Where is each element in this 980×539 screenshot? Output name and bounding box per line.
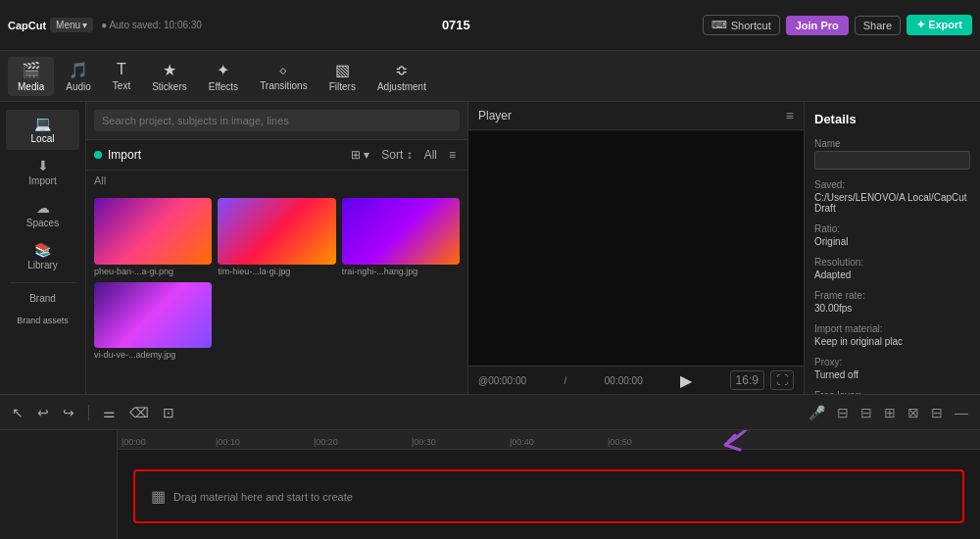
playback-controls: ▶	[680, 371, 692, 390]
main-toolbar: 🎬 Media🎵 AudioT Text★ Stickers✦ Effects⬦…	[0, 51, 980, 102]
thumb-visual-2	[218, 198, 335, 265]
play-button[interactable]: ▶	[680, 371, 692, 390]
details-row-proxy: Proxy: Turned off	[814, 357, 970, 380]
shortcut-button[interactable]: ⌨ Shortcut	[703, 15, 780, 35]
toolbar-item-audio[interactable]: 🎵 Audio	[56, 57, 101, 96]
toolbar-item-effects[interactable]: ✦ Effects	[199, 57, 248, 96]
thumb-visual-1	[94, 198, 212, 265]
sidebar-label-import: Import	[28, 175, 56, 186]
list-item[interactable]: vi-du-ve-...ademy.jpg	[94, 282, 212, 361]
spaces-icon: ☁	[36, 200, 50, 216]
player-panel: Player ≡ @00:00:00 / 00:00:00 ▶ 16:9 ⛶	[468, 102, 804, 394]
timeline-icon-btn-4[interactable]: ⊠	[904, 403, 923, 422]
timeline-icon-btn-6[interactable]: —	[951, 403, 972, 422]
fullscreen-button[interactable]: ⛶	[770, 370, 794, 390]
details-name-input[interactable]	[814, 151, 970, 170]
thumb-label-2: tim-hieu-...la-gi.jpg	[218, 267, 335, 276]
media-toolbar: Import ⊞ ▾ Sort ↕ All ≡	[86, 140, 467, 171]
timeline-right-controls: 🎤 ⊟ ⊟ ⊞ ⊠ ⊟ —	[805, 403, 972, 422]
ruler-mark-0: |00:00	[122, 437, 146, 447]
details-value-proxy: Turned off	[814, 369, 970, 380]
list-item[interactable]: trai-nghi-...hang.jpg	[342, 198, 460, 276]
list-item[interactable]: pheu-ban-...a-gi.png	[94, 198, 212, 276]
topbar-center: 0715	[210, 18, 703, 32]
details-value-saved: C:/Users/LENOVO/A Local/CapCut Draft	[814, 192, 970, 214]
details-value-resolution: Adapted	[814, 270, 970, 280]
details-row-resolution: Resolution: Adapted	[814, 257, 970, 280]
timeline-icon-btn-1[interactable]: ⊟	[833, 403, 853, 422]
thumbnail-image	[218, 198, 335, 265]
sidebar-item-library[interactable]: 📚 Library	[6, 236, 79, 276]
logo-area: CapCut Menu ▾ ● Auto saved: 10:06:30	[8, 18, 202, 32]
sidebar-item-import[interactable]: ⬇ Import	[6, 152, 79, 192]
delete-button[interactable]: ⌫	[125, 403, 153, 422]
transitions-icon: ⬦	[278, 61, 288, 78]
ruler-mark-3: |00:30	[412, 437, 436, 447]
left-sidebar: 💻 Local ⬇ Import ☁ Spaces 📚 Library Bran…	[0, 102, 86, 394]
toolbar-item-text[interactable]: T Text	[103, 57, 140, 95]
sidebar-item-brand[interactable]: Brand assets	[6, 310, 79, 331]
timeline-drop-zone[interactable]: ▦ Drag material here and start to create	[133, 469, 964, 523]
import-icon: ⬇	[37, 158, 49, 173]
select-tool-button[interactable]: ↖	[8, 403, 27, 422]
filters-label: Filters	[329, 81, 356, 92]
sidebar-item-local[interactable]: 💻 Local	[6, 110, 79, 150]
timeline-tracks: |00:00 |00:10 |00:20 |00:30 |00:40 |00:5…	[118, 430, 980, 539]
toolbar-item-adjustment[interactable]: ≎ Adjustment	[368, 57, 436, 96]
audio-label: Audio	[66, 81, 91, 92]
sort-button[interactable]: Sort ↕	[377, 146, 416, 164]
media-icon: 🎬	[22, 61, 41, 79]
details-row-saved: Saved: C:/Users/LENOVO/A Local/CapCut Dr…	[814, 179, 970, 214]
share-button[interactable]: Share	[855, 16, 901, 35]
transitions-label: Transitions	[260, 80, 308, 91]
autosave-status: ● Auto saved: 10:06:30	[101, 20, 202, 30]
toolbar-item-stickers[interactable]: ★ Stickers	[142, 57, 197, 96]
split-button[interactable]: ⚌	[99, 403, 120, 422]
time-end: 00:00:00	[605, 375, 643, 386]
thumb-visual-3	[342, 198, 460, 265]
search-input[interactable]	[94, 110, 460, 131]
toolbar-item-filters[interactable]: ▧ Filters	[319, 57, 366, 96]
thumbnail-image	[94, 198, 212, 265]
sidebar-divider	[10, 282, 75, 283]
drop-text: Drag material here and start to create	[173, 491, 353, 503]
mic-button[interactable]: 🎤	[805, 403, 829, 422]
all-filter-button[interactable]: All	[420, 146, 441, 164]
top-bar: CapCut Menu ▾ ● Auto saved: 10:06:30 071…	[0, 0, 980, 51]
adjustment-icon: ≎	[395, 61, 408, 79]
timeline-icon-btn-5[interactable]: ⊟	[927, 403, 947, 422]
ruler-mark-4: |00:40	[510, 437, 534, 447]
player-menu-button[interactable]: ≡	[786, 108, 794, 123]
toolbar-item-transitions[interactable]: ⬦ Transitions	[250, 57, 318, 95]
join-pro-button[interactable]: Join Pro	[786, 16, 849, 35]
sidebar-item-spaces[interactable]: ☁ Spaces	[6, 194, 79, 234]
arrow-decoration	[666, 430, 784, 465]
list-item[interactable]: tim-hieu-...la-gi.jpg	[218, 198, 335, 276]
details-value-framerate: 30.00fps	[814, 303, 970, 314]
undo-button[interactable]: ↩	[33, 403, 53, 422]
sidebar-label-local: Local	[31, 133, 55, 144]
grid-view-button[interactable]: ⊞ ▾	[347, 146, 373, 164]
redo-button[interactable]: ↪	[59, 403, 78, 422]
topbar-right: ⌨ Shortcut Join Pro Share ✦ Export	[703, 15, 972, 35]
timeline-icon-btn-3[interactable]: ⊞	[880, 403, 900, 422]
text-label: Text	[113, 80, 130, 91]
player-right-controls: 16:9 ⛶	[730, 370, 794, 390]
ratio-button[interactable]: 16:9	[730, 370, 764, 390]
menu-button[interactable]: Menu ▾	[50, 18, 93, 32]
details-value-import-material: Keep in original plac	[814, 336, 970, 347]
crop-button[interactable]: ⊡	[159, 403, 178, 422]
drop-icon: ▦	[151, 487, 166, 506]
thumb-label-4: vi-du-ve-...ademy.jpg	[94, 350, 212, 360]
details-panel: Details Name Saved: C:/Users/LENOVO/A Lo…	[804, 102, 980, 394]
media-grid: pheu-ban-...a-gi.png tim-hieu-...la-gi.j…	[86, 190, 467, 368]
toolbar-item-media[interactable]: 🎬 Media	[8, 57, 54, 96]
audio-icon: 🎵	[69, 61, 88, 79]
details-row-import-material: Import material: Keep in original plac	[814, 323, 970, 347]
player-canvas	[468, 130, 804, 366]
filter-button[interactable]: ≡	[445, 146, 460, 164]
details-key-import-material: Import material:	[814, 323, 970, 334]
timeline-icon-btn-2[interactable]: ⊟	[857, 403, 876, 422]
export-button[interactable]: ✦ Export	[906, 15, 972, 35]
brand-assets-label: Brand assets	[17, 316, 69, 325]
